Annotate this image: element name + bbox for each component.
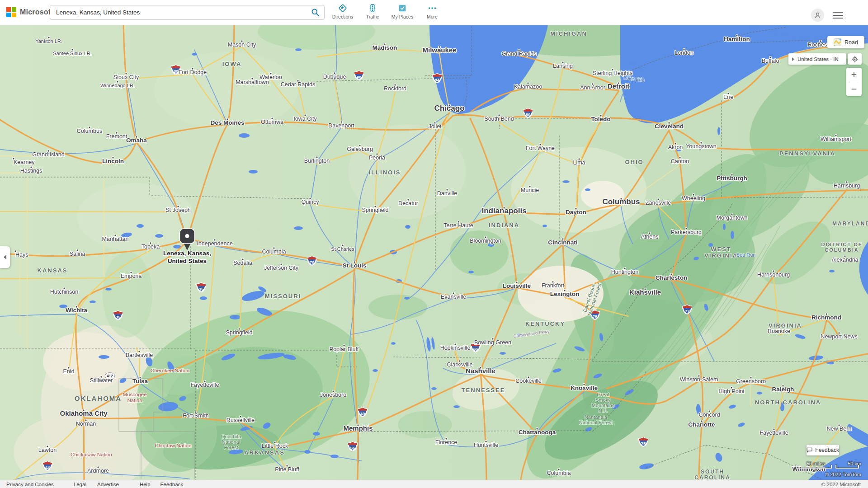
locale-selector[interactable]: United States - IN xyxy=(788,53,846,65)
zoom-out-button[interactable]: − xyxy=(846,82,862,96)
menu-button[interactable] xyxy=(833,12,843,19)
map-label: Stillwater xyxy=(90,377,113,384)
map-label: Cedar Rapids xyxy=(281,81,315,88)
panel-collapse-tab[interactable] xyxy=(0,246,10,268)
map-label: MICHIGAN xyxy=(550,30,587,37)
map-label: Omaha xyxy=(126,137,147,144)
footer-link-legal[interactable]: Legal xyxy=(74,482,86,487)
chevron-left-icon xyxy=(4,255,6,259)
map-label: VIRGINIA xyxy=(769,322,802,329)
map-label: St Charles xyxy=(331,246,354,252)
map-label: Cookeville xyxy=(515,378,542,384)
map-label: Oklahoma City xyxy=(60,409,108,417)
map-label: Greensboro xyxy=(736,378,766,385)
map-label: London xyxy=(675,50,693,56)
directions-button[interactable]: Directions xyxy=(330,3,355,19)
person-icon xyxy=(814,11,821,19)
map-label: MISSOURI xyxy=(265,293,301,300)
map-label: Wheeling xyxy=(682,195,705,202)
map-label: Charlotte xyxy=(688,421,715,428)
map-label: Fort Wayne xyxy=(526,145,555,151)
map-label: IOWA xyxy=(222,61,242,67)
map-label: Santee Sioux I.R. xyxy=(53,51,92,56)
map-label: Hays xyxy=(15,252,28,258)
map-style-button[interactable]: Road xyxy=(827,36,864,48)
map-label: Kearney xyxy=(14,159,35,165)
feedback-label: Feedback xyxy=(815,447,839,453)
my-places-button[interactable]: My Places xyxy=(390,3,415,19)
map-label: Emporia xyxy=(121,273,142,279)
map-label: St Louis xyxy=(342,262,366,269)
map-attribution: © 2022 TomTom xyxy=(769,472,861,477)
search-button[interactable] xyxy=(306,6,324,19)
map-label: Mason City xyxy=(228,42,256,48)
map-label: Erie xyxy=(723,94,733,100)
footer-link-privacy[interactable]: Privacy and Cookies xyxy=(6,482,54,487)
map-label: Indianapolis xyxy=(481,206,526,215)
map-label: Joliet xyxy=(428,123,442,130)
scale-bar: 50 miles 50 km xyxy=(796,461,861,469)
road-style-icon xyxy=(834,38,841,46)
map-label: KENTUCKY xyxy=(525,320,565,327)
map-label: Bowling Green xyxy=(474,339,511,346)
map-label: Pine Bluff xyxy=(275,466,299,473)
feedback-bubble-icon xyxy=(807,447,812,453)
svg-text:80: 80 xyxy=(526,112,531,117)
map-label: Huntsville xyxy=(474,442,498,448)
map-label: Ottumwa xyxy=(261,119,283,125)
map-label: Des Moines xyxy=(210,119,244,126)
map-label: Frankfort xyxy=(542,282,565,289)
map-label: Enid xyxy=(63,368,74,375)
account-avatar[interactable] xyxy=(811,9,824,22)
map-feedback-button[interactable]: Feedback xyxy=(807,445,839,455)
map-label: Athens xyxy=(641,234,659,240)
map-canvas[interactable]: 8090948070353544405565757577412 Sioux Ci… xyxy=(0,0,868,480)
map-label: Evansville xyxy=(441,294,466,300)
map-label: New Bern xyxy=(827,426,852,432)
map-label: Grand Island xyxy=(32,151,65,158)
traffic-button[interactable]: Traffic xyxy=(360,3,385,19)
map-label: Cleveland xyxy=(655,123,684,130)
map-label: Lawton xyxy=(38,447,57,453)
more-icon xyxy=(427,3,437,13)
svg-text:65: 65 xyxy=(473,347,478,352)
footer-link-feedback[interactable]: Feedback xyxy=(160,482,184,487)
search-box[interactable] xyxy=(50,5,325,20)
map-label: Columbia xyxy=(547,470,571,476)
map-label: Salina xyxy=(70,251,85,257)
nav-label: More xyxy=(427,14,438,19)
map-label: Burlington xyxy=(304,158,330,164)
map-label: Davenport xyxy=(328,122,354,129)
map-label: Bartlesville xyxy=(126,352,153,358)
map-label: Peoria xyxy=(369,155,385,161)
zoom-in-button[interactable]: + xyxy=(846,68,862,82)
traffic-icon xyxy=(368,3,377,13)
map-label: Columbus xyxy=(77,128,102,134)
nav-label: Traffic xyxy=(366,14,379,19)
chevron-right-icon xyxy=(792,57,794,61)
search-input[interactable] xyxy=(50,9,306,16)
map-label: NORTH CAROLINA xyxy=(755,399,821,406)
map-label: Decatur xyxy=(398,200,418,206)
map-label: Lexington xyxy=(550,291,580,297)
map-label: Dubuque xyxy=(323,74,346,80)
map-label: Fayetteville xyxy=(190,382,219,388)
nav-label: Directions xyxy=(332,14,354,19)
map-label: Tulsa xyxy=(132,378,148,385)
locate-me-button[interactable] xyxy=(848,53,862,65)
map-label: Chickasaw Nation xyxy=(71,452,112,457)
footer-link-help[interactable]: Help xyxy=(140,482,151,487)
svg-text:70: 70 xyxy=(310,260,315,265)
map-label: Galesburg xyxy=(347,146,373,152)
map-area: 8090948070353544405565757577412 Sioux Ci… xyxy=(0,0,868,480)
top-navigation: Directions Traffic My Places xyxy=(330,3,445,19)
map-label: Bloomington xyxy=(470,238,501,244)
map-label: Ann Arbor xyxy=(580,84,605,91)
map-label: MARYLAND xyxy=(832,221,868,227)
more-button[interactable]: More xyxy=(420,3,445,19)
map-label: Harrisburg xyxy=(834,183,860,189)
footer-link-advertise[interactable]: Advertise xyxy=(97,482,119,487)
map-label: PENNSYLVANIA xyxy=(779,150,835,157)
map-label: INDIANA xyxy=(489,222,519,229)
my-places-icon xyxy=(397,3,407,13)
